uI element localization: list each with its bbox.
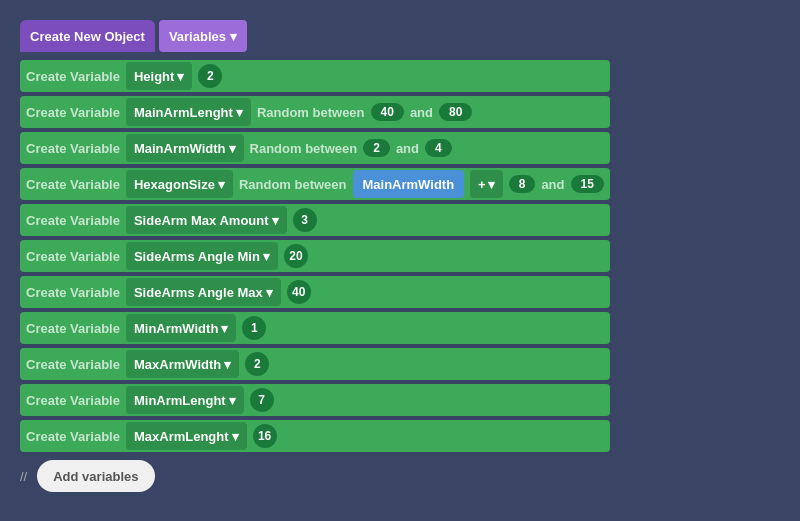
footer-row: // Add variables (20, 460, 610, 492)
random-label-2: Random between (257, 105, 365, 120)
dropdown-arrow-8: ▾ (221, 321, 228, 336)
create-var-label-1: Create Variable (26, 69, 120, 84)
dropdown-arrow-1: ▾ (177, 69, 184, 84)
random-label-3: Random between (250, 141, 358, 156)
header-title: Create New Object (30, 29, 145, 44)
add-variables-button[interactable]: Add variables (37, 460, 154, 492)
value-badge-9: 2 (245, 352, 269, 376)
comment-label: // (20, 469, 27, 484)
create-var-label-4: Create Variable (26, 177, 120, 192)
dropdown-arrow-6: ▾ (263, 249, 270, 264)
val1-badge-3: 2 (363, 139, 390, 157)
create-var-label-10: Create Variable (26, 393, 120, 408)
value-badge-8: 1 (242, 316, 266, 340)
dropdown-arrow-2: ▾ (236, 105, 243, 120)
var-name-height[interactable]: Height ▾ (126, 62, 192, 90)
val1-badge-2: 40 (371, 103, 404, 121)
and-label-4: and (541, 177, 564, 192)
row-mainarmlenght: Create Variable MainArmLenght ▾ Random b… (20, 96, 610, 128)
var-name-sidearms-angle-min[interactable]: SideArms Angle Min ▾ (126, 242, 278, 270)
create-var-label-8: Create Variable (26, 321, 120, 336)
create-var-label-6: Create Variable (26, 249, 120, 264)
plus-arrow-icon: ▾ (488, 177, 495, 192)
var-name-maxarmlenght[interactable]: MaxArmLenght ▾ (126, 422, 247, 450)
var-name-minarmlenght[interactable]: MinArmLenght ▾ (126, 386, 244, 414)
variables-dropdown[interactable]: Variables ▾ (159, 20, 247, 52)
row-sidearms-angle-min: Create Variable SideArms Angle Min ▾ 20 (20, 240, 610, 272)
dropdown-arrow-9: ▾ (224, 357, 231, 372)
create-var-label-11: Create Variable (26, 429, 120, 444)
random-label-4: Random between (239, 177, 347, 192)
create-new-object-button[interactable]: Create New Object (20, 20, 155, 52)
row-hexagonsize: Create Variable HexagonSize ▾ Random bet… (20, 168, 610, 200)
row-minarmlenght: Create Variable MinArmLenght ▾ 7 (20, 384, 610, 416)
value-badge-5: 3 (293, 208, 317, 232)
row-sidearm-max: Create Variable SideArm Max Amount ▾ 3 (20, 204, 610, 236)
dropdown-arrow-3: ▾ (229, 141, 236, 156)
value-badge-10: 7 (250, 388, 274, 412)
dropdown-arrow-11: ▾ (232, 429, 239, 444)
variables-arrow-icon: ▾ (230, 29, 237, 44)
var-name-hexagonsize[interactable]: HexagonSize ▾ (126, 170, 233, 198)
var-name-maxarmwidth[interactable]: MaxArmWidth ▾ (126, 350, 239, 378)
create-var-label-7: Create Variable (26, 285, 120, 300)
and-label-2: and (410, 105, 433, 120)
row-maxarmwidth: Create Variable MaxArmWidth ▾ 2 (20, 348, 610, 380)
variables-label: Variables (169, 29, 226, 44)
add-variables-label: Add variables (53, 469, 138, 484)
dropdown-arrow-5: ▾ (272, 213, 279, 228)
create-var-label-5: Create Variable (26, 213, 120, 228)
var-name-minarmwidth[interactable]: MinArmWidth ▾ (126, 314, 236, 342)
row-sidearms-angle-max: Create Variable SideArms Angle Max ▾ 40 (20, 276, 610, 308)
create-var-label-9: Create Variable (26, 357, 120, 372)
row-maxarmlenght: Create Variable MaxArmLenght ▾ 16 (20, 420, 610, 452)
dropdown-arrow-10: ▾ (229, 393, 236, 408)
dropdown-arrow-7: ▾ (266, 285, 273, 300)
value-badge-6: 20 (284, 244, 308, 268)
dropdown-arrow-4: ▾ (218, 177, 225, 192)
var-name-mainarmwidth[interactable]: MainArmWidth ▾ (126, 134, 244, 162)
blue-mainarmwidth-block[interactable]: MainArmWidth (353, 170, 465, 198)
and-label-3: and (396, 141, 419, 156)
create-var-label-3: Create Variable (26, 141, 120, 156)
main-container: Create New Object Variables ▾ Create Var… (20, 20, 610, 492)
value-badge-7: 40 (287, 280, 311, 304)
row-minarmwidth: Create Variable MinArmWidth ▾ 1 (20, 312, 610, 344)
var-name-sidearms-angle-max[interactable]: SideArms Angle Max ▾ (126, 278, 281, 306)
value-badge-1: 2 (198, 64, 222, 88)
row-height: Create Variable Height ▾ 2 (20, 60, 610, 92)
header-row: Create New Object Variables ▾ (20, 20, 610, 52)
var-name-mainarmlenght[interactable]: MainArmLenght ▾ (126, 98, 251, 126)
create-var-label-2: Create Variable (26, 105, 120, 120)
val2-badge-2: 80 (439, 103, 472, 121)
val2-badge-4: 15 (571, 175, 604, 193)
row-mainarmwidth: Create Variable MainArmWidth ▾ Random be… (20, 132, 610, 164)
var-name-sidearm-max[interactable]: SideArm Max Amount ▾ (126, 206, 287, 234)
value-badge-11: 16 (253, 424, 277, 448)
val2-badge-3: 4 (425, 139, 452, 157)
plus-dropdown-btn[interactable]: + ▾ (470, 170, 503, 198)
val1-badge-4: 8 (509, 175, 536, 193)
